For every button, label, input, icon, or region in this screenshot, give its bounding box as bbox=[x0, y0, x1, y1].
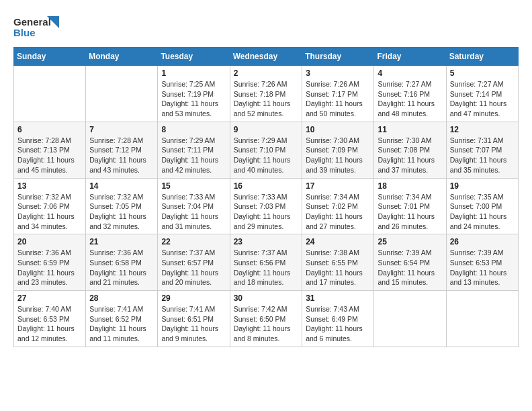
day-number: 3 bbox=[306, 68, 370, 78]
day-info: Sunrise: 7:40 AM Sunset: 6:53 PM Dayligh… bbox=[17, 304, 82, 344]
day-info: Sunrise: 7:36 AM Sunset: 6:59 PM Dayligh… bbox=[17, 248, 82, 287]
day-number: 7 bbox=[89, 125, 154, 134]
calendar-week-row: 1Sunrise: 7:25 AM Sunset: 7:19 PM Daylig… bbox=[14, 66, 519, 122]
day-info: Sunrise: 7:39 AM Sunset: 6:54 PM Dayligh… bbox=[378, 248, 442, 287]
day-info: Sunrise: 7:37 AM Sunset: 6:57 PM Dayligh… bbox=[161, 248, 226, 287]
day-number: 19 bbox=[450, 181, 515, 191]
weekday-header: Thursday bbox=[302, 48, 374, 66]
day-number: 27 bbox=[17, 293, 82, 303]
svg-text:Blue: Blue bbox=[13, 27, 36, 38]
calendar-week-row: 20Sunrise: 7:36 AM Sunset: 6:59 PM Dayli… bbox=[14, 234, 519, 291]
calendar-cell: 13Sunrise: 7:32 AM Sunset: 7:06 PM Dayli… bbox=[14, 178, 86, 234]
day-number: 22 bbox=[161, 237, 226, 246]
day-number: 28 bbox=[89, 293, 154, 303]
weekday-header: Saturday bbox=[446, 48, 518, 66]
day-number: 30 bbox=[234, 293, 299, 303]
calendar-cell: 15Sunrise: 7:33 AM Sunset: 7:04 PM Dayli… bbox=[158, 178, 230, 234]
day-info: Sunrise: 7:27 AM Sunset: 7:14 PM Dayligh… bbox=[450, 79, 515, 119]
calendar-cell: 12Sunrise: 7:31 AM Sunset: 7:07 PM Dayli… bbox=[446, 122, 518, 178]
calendar-cell: 21Sunrise: 7:36 AM Sunset: 6:58 PM Dayli… bbox=[86, 234, 158, 291]
day-info: Sunrise: 7:29 AM Sunset: 7:10 PM Dayligh… bbox=[234, 136, 299, 175]
day-info: Sunrise: 7:30 AM Sunset: 7:09 PM Dayligh… bbox=[306, 136, 370, 175]
day-info: Sunrise: 7:29 AM Sunset: 7:11 PM Dayligh… bbox=[161, 136, 226, 175]
calendar-cell bbox=[446, 291, 518, 347]
day-number: 26 bbox=[450, 237, 515, 246]
calendar-cell: 3Sunrise: 7:26 AM Sunset: 7:17 PM Daylig… bbox=[302, 66, 374, 122]
calendar-cell: 29Sunrise: 7:41 AM Sunset: 6:51 PM Dayli… bbox=[158, 291, 230, 347]
calendar-week-row: 13Sunrise: 7:32 AM Sunset: 7:06 PM Dayli… bbox=[14, 178, 519, 234]
day-info: Sunrise: 7:32 AM Sunset: 7:06 PM Dayligh… bbox=[17, 192, 82, 232]
day-info: Sunrise: 7:34 AM Sunset: 7:01 PM Dayligh… bbox=[378, 192, 442, 232]
page-header: GeneralBlue bbox=[13, 13, 519, 40]
day-info: Sunrise: 7:39 AM Sunset: 6:53 PM Dayligh… bbox=[450, 248, 515, 287]
calendar-cell: 8Sunrise: 7:29 AM Sunset: 7:11 PM Daylig… bbox=[158, 122, 230, 178]
day-info: Sunrise: 7:33 AM Sunset: 7:03 PM Dayligh… bbox=[234, 192, 299, 232]
day-number: 9 bbox=[234, 125, 299, 134]
day-number: 6 bbox=[17, 125, 82, 134]
day-number: 1 bbox=[161, 68, 226, 78]
day-info: Sunrise: 7:34 AM Sunset: 7:02 PM Dayligh… bbox=[306, 192, 370, 232]
day-info: Sunrise: 7:36 AM Sunset: 6:58 PM Dayligh… bbox=[89, 248, 154, 287]
calendar-cell: 1Sunrise: 7:25 AM Sunset: 7:19 PM Daylig… bbox=[158, 66, 230, 122]
day-number: 4 bbox=[378, 68, 442, 78]
day-info: Sunrise: 7:35 AM Sunset: 7:00 PM Dayligh… bbox=[450, 192, 515, 232]
calendar-cell: 10Sunrise: 7:30 AM Sunset: 7:09 PM Dayli… bbox=[302, 122, 374, 178]
logo: GeneralBlue bbox=[13, 13, 60, 40]
calendar-header-row: SundayMondayTuesdayWednesdayThursdayFrid… bbox=[14, 48, 519, 66]
calendar-cell: 24Sunrise: 7:38 AM Sunset: 6:55 PM Dayli… bbox=[302, 234, 374, 291]
calendar-cell: 11Sunrise: 7:30 AM Sunset: 7:08 PM Dayli… bbox=[374, 122, 446, 178]
day-number: 23 bbox=[234, 237, 299, 246]
weekday-header: Friday bbox=[374, 48, 446, 66]
day-info: Sunrise: 7:43 AM Sunset: 6:49 PM Dayligh… bbox=[306, 304, 370, 344]
weekday-header: Tuesday bbox=[158, 48, 230, 66]
weekday-header: Sunday bbox=[14, 48, 86, 66]
calendar-cell: 18Sunrise: 7:34 AM Sunset: 7:01 PM Dayli… bbox=[374, 178, 446, 234]
calendar-cell: 4Sunrise: 7:27 AM Sunset: 7:16 PM Daylig… bbox=[374, 66, 446, 122]
weekday-header: Monday bbox=[86, 48, 158, 66]
calendar-cell: 14Sunrise: 7:32 AM Sunset: 7:05 PM Dayli… bbox=[86, 178, 158, 234]
day-info: Sunrise: 7:28 AM Sunset: 7:13 PM Dayligh… bbox=[17, 136, 82, 175]
day-number: 18 bbox=[378, 181, 442, 191]
svg-text:General: General bbox=[13, 16, 51, 28]
day-number: 10 bbox=[306, 125, 370, 134]
day-info: Sunrise: 7:32 AM Sunset: 7:05 PM Dayligh… bbox=[89, 192, 154, 232]
calendar-cell: 6Sunrise: 7:28 AM Sunset: 7:13 PM Daylig… bbox=[14, 122, 86, 178]
calendar-cell bbox=[14, 66, 86, 122]
day-number: 13 bbox=[17, 181, 82, 191]
calendar-cell: 16Sunrise: 7:33 AM Sunset: 7:03 PM Dayli… bbox=[230, 178, 302, 234]
day-number: 11 bbox=[378, 125, 442, 134]
day-info: Sunrise: 7:41 AM Sunset: 6:52 PM Dayligh… bbox=[89, 304, 154, 344]
day-info: Sunrise: 7:30 AM Sunset: 7:08 PM Dayligh… bbox=[378, 136, 442, 175]
calendar-cell: 19Sunrise: 7:35 AM Sunset: 7:00 PM Dayli… bbox=[446, 178, 518, 234]
calendar-cell: 22Sunrise: 7:37 AM Sunset: 6:57 PM Dayli… bbox=[158, 234, 230, 291]
day-number: 29 bbox=[161, 293, 226, 303]
day-number: 15 bbox=[161, 181, 226, 191]
day-info: Sunrise: 7:37 AM Sunset: 6:56 PM Dayligh… bbox=[234, 248, 299, 287]
day-info: Sunrise: 7:27 AM Sunset: 7:16 PM Dayligh… bbox=[378, 79, 442, 119]
day-number: 2 bbox=[234, 68, 299, 78]
day-number: 31 bbox=[306, 293, 370, 303]
calendar-cell: 31Sunrise: 7:43 AM Sunset: 6:49 PM Dayli… bbox=[302, 291, 374, 347]
calendar-cell: 20Sunrise: 7:36 AM Sunset: 6:59 PM Dayli… bbox=[14, 234, 86, 291]
calendar-cell: 9Sunrise: 7:29 AM Sunset: 7:10 PM Daylig… bbox=[230, 122, 302, 178]
calendar-week-row: 6Sunrise: 7:28 AM Sunset: 7:13 PM Daylig… bbox=[14, 122, 519, 178]
calendar-table: SundayMondayTuesdayWednesdayThursdayFrid… bbox=[13, 47, 519, 347]
day-info: Sunrise: 7:33 AM Sunset: 7:04 PM Dayligh… bbox=[161, 192, 226, 232]
day-number: 14 bbox=[89, 181, 154, 191]
day-info: Sunrise: 7:26 AM Sunset: 7:17 PM Dayligh… bbox=[306, 79, 370, 119]
calendar-cell: 7Sunrise: 7:28 AM Sunset: 7:12 PM Daylig… bbox=[86, 122, 158, 178]
day-number: 20 bbox=[17, 237, 82, 246]
calendar-cell: 2Sunrise: 7:26 AM Sunset: 7:18 PM Daylig… bbox=[230, 66, 302, 122]
day-info: Sunrise: 7:41 AM Sunset: 6:51 PM Dayligh… bbox=[161, 304, 226, 344]
calendar-cell: 28Sunrise: 7:41 AM Sunset: 6:52 PM Dayli… bbox=[86, 291, 158, 347]
day-info: Sunrise: 7:38 AM Sunset: 6:55 PM Dayligh… bbox=[306, 248, 370, 287]
calendar-cell bbox=[86, 66, 158, 122]
calendar-cell: 27Sunrise: 7:40 AM Sunset: 6:53 PM Dayli… bbox=[14, 291, 86, 347]
calendar-week-row: 27Sunrise: 7:40 AM Sunset: 6:53 PM Dayli… bbox=[14, 291, 519, 347]
day-info: Sunrise: 7:25 AM Sunset: 7:19 PM Dayligh… bbox=[161, 79, 226, 119]
day-number: 17 bbox=[306, 181, 370, 191]
day-number: 16 bbox=[234, 181, 299, 191]
day-number: 8 bbox=[161, 125, 226, 134]
calendar-cell: 17Sunrise: 7:34 AM Sunset: 7:02 PM Dayli… bbox=[302, 178, 374, 234]
day-info: Sunrise: 7:28 AM Sunset: 7:12 PM Dayligh… bbox=[89, 136, 154, 175]
